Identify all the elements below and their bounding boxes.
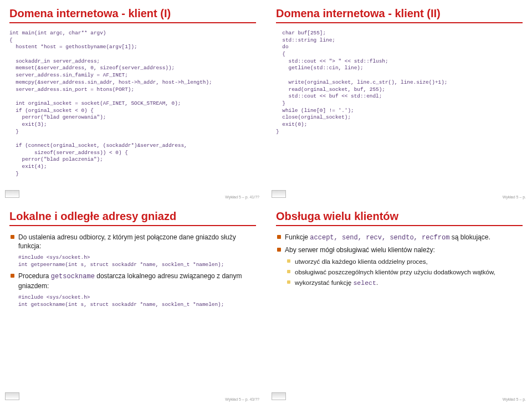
page-footer: Wykład 5 – p. 43/?? xyxy=(225,397,259,401)
page-footer: Wykład 5 – p. 41/?? xyxy=(225,195,259,199)
logo-icon xyxy=(272,392,286,400)
slide-body: Funkcje accept, send, recv, sendto, recf… xyxy=(276,233,523,288)
bullet-text: Procedura xyxy=(18,272,51,280)
bullet-text: Do ustalenia adresu odbiorcy, z którym j… xyxy=(18,233,236,250)
logo-icon xyxy=(5,190,19,198)
bullet-item: Funkcje accept, send, recv, sendto, recf… xyxy=(276,233,523,243)
code-block: char buf[255]; std::string line; do { st… xyxy=(276,30,523,135)
page-footer: Wykład 5 – p. xyxy=(503,397,526,401)
bullet-item: Do ustalenia adresu odbiorcy, z którym j… xyxy=(9,233,256,252)
bullet-text: wykorzystać funkcję xyxy=(295,279,353,286)
code-block: int main(int argc, char** argv) { hosten… xyxy=(9,30,256,177)
bullet-text: są blokujące. xyxy=(449,233,490,241)
bullet-item: Aby serwer mógł obsługiwać wielu klientó… xyxy=(276,246,523,288)
code-block: #include <sys/socket.h> int getsockname(… xyxy=(18,294,256,308)
slide-3: Lokalne i odległe adresy gniazd Do ustal… xyxy=(0,203,265,405)
code-block: #include <sys/socket.h> int getpeername(… xyxy=(18,254,256,268)
slide-2: Domena internetowa - klient (II) char bu… xyxy=(267,0,532,202)
slide-4: Obsługa wielu klientów Funkcje accept, s… xyxy=(267,203,532,405)
slide-body: Do ustalenia adresu odbiorcy, z którym j… xyxy=(9,233,256,309)
slide-title: Lokalne i odległe adresy gniazd xyxy=(9,210,256,226)
inline-code: accept, send, recv, sendto, recfrom xyxy=(310,234,449,242)
page-footer: Wykład 5 – p. xyxy=(503,195,526,199)
slide-title: Domena internetowa - klient (I) xyxy=(9,7,256,23)
sub-bullet-item: wykorzystać funkcję select. xyxy=(285,278,523,288)
inline-code: getsockname xyxy=(51,273,95,280)
bullet-text: Funkcje xyxy=(285,233,310,241)
logo-icon xyxy=(5,392,19,400)
sub-bullet-item: obsługiwać poszczególnych klientów przy … xyxy=(285,268,523,277)
slide-1: Domena internetowa - klient (I) int main… xyxy=(0,0,265,202)
slide-title: Domena internetowa - klient (II) xyxy=(276,7,523,23)
slide-title: Obsługa wielu klientów xyxy=(276,210,523,226)
bullet-text: Aby serwer mógł obsługiwać wielu klientó… xyxy=(285,246,435,254)
bullet-item: Procedura getsockname dostarcza lokalneg… xyxy=(9,272,256,291)
logo-icon xyxy=(272,190,286,198)
sub-bullet-item: utworzyć dla każdego klienta oddzielny p… xyxy=(285,257,523,266)
inline-code: select xyxy=(353,279,376,287)
bullet-text: . xyxy=(376,279,378,286)
